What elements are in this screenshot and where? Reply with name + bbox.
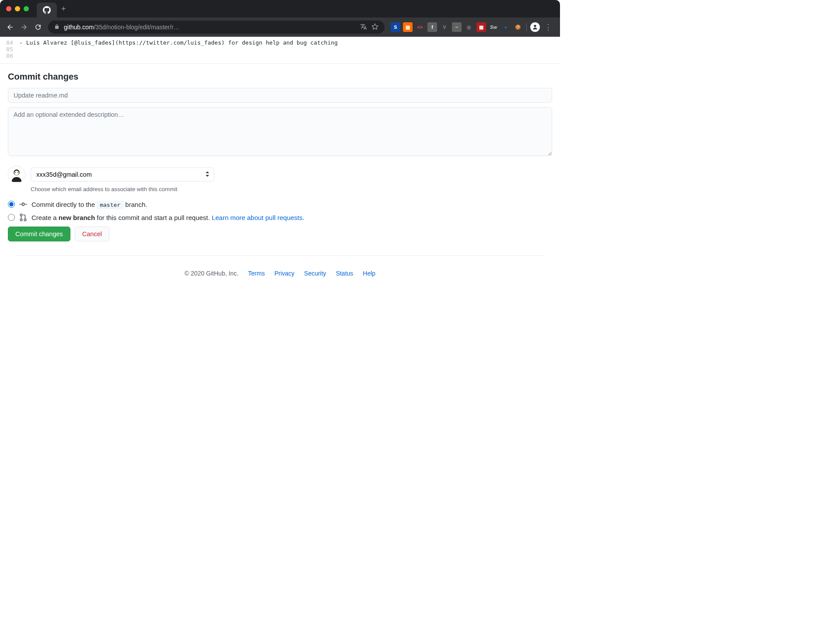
commit-summary-input[interactable] (8, 88, 552, 103)
window-minimize-button[interactable] (15, 6, 20, 11)
ext-icon[interactable]: S (391, 22, 400, 32)
svg-point-6 (22, 203, 24, 206)
ext-icon[interactable]: ·· (452, 22, 462, 32)
footer: © 2020 GitHub, Inc. Terms Privacy Securi… (16, 255, 544, 285)
commit-description-textarea[interactable] (8, 107, 552, 156)
browser-menu-button[interactable]: ⋮ (542, 22, 554, 32)
bookmark-star-icon[interactable] (371, 23, 378, 31)
ext-icon[interactable]: Sw (489, 22, 498, 32)
footer-link-help[interactable]: Help (363, 270, 375, 277)
avatar (8, 166, 25, 183)
svg-point-0 (534, 25, 536, 27)
learn-more-link[interactable]: Learn more about pull requests. (212, 214, 304, 221)
commit-heading: Commit changes (8, 72, 552, 82)
line-number: 86 (4, 52, 19, 59)
ext-icon[interactable]: f (427, 22, 437, 32)
window-titlebar: + (0, 0, 560, 17)
extensions-row: S ▨ <> f V ·· ◎ ▦ Sw ● 🍪 ⋮ (391, 22, 554, 32)
svg-point-4 (15, 172, 16, 173)
footer-link-security[interactable]: Security (304, 270, 326, 277)
git-commit-icon (19, 200, 27, 208)
branch-pill: master (97, 201, 123, 209)
footer-link-terms[interactable]: Terms (248, 270, 265, 277)
code-text: - Luis Alvarez [@luis_fades](https://twi… (19, 39, 338, 46)
commit-new-branch-radio-row[interactable]: Create a new branch for this commit and … (8, 213, 552, 221)
github-icon (43, 6, 51, 14)
footer-copyright: © 2020 GitHub, Inc. (185, 270, 238, 277)
profile-avatar-button[interactable] (530, 22, 540, 32)
svg-point-7 (20, 214, 22, 216)
commit-direct-radio[interactable] (8, 201, 15, 208)
commit-changes-button[interactable]: Commit changes (8, 227, 70, 241)
commit-direct-radio-row[interactable]: Commit directly to the master branch. (8, 200, 552, 208)
line-number: 85 (4, 46, 19, 52)
reload-button[interactable] (34, 23, 42, 31)
footer-link-privacy[interactable]: Privacy (274, 270, 294, 277)
code-editor-area[interactable]: 84- Luis Alvarez [@luis_fades](https://t… (0, 37, 560, 64)
ext-icon[interactable]: ▦ (476, 22, 486, 32)
ext-icon[interactable]: ● (501, 22, 511, 32)
browser-toolbar: github.com/35d/notion-blog/edit/master/r… (0, 17, 560, 37)
line-number: 84 (4, 39, 19, 46)
url-text: github.com/35d/notion-blog/edit/master/r… (64, 24, 180, 31)
ext-icon[interactable]: <> (415, 22, 425, 32)
svg-point-5 (18, 172, 18, 173)
commit-email-select[interactable]: xxx35d@gmail.com (31, 168, 214, 182)
svg-point-3 (14, 171, 19, 175)
window-close-button[interactable] (6, 6, 11, 11)
browser-tab[interactable] (37, 3, 57, 17)
lock-icon (54, 24, 60, 31)
svg-point-9 (24, 219, 26, 221)
ext-icon[interactable]: ▨ (403, 22, 413, 32)
footer-link-status[interactable]: Status (336, 270, 354, 277)
forward-button[interactable] (20, 23, 28, 31)
ext-icon[interactable]: V (440, 22, 449, 32)
svg-point-8 (20, 219, 22, 221)
git-pull-request-icon (19, 213, 27, 221)
translate-icon[interactable] (360, 23, 367, 31)
email-help-text: Choose which email address to associate … (31, 186, 552, 192)
ext-icon[interactable]: ◎ (464, 22, 474, 32)
commit-new-branch-radio[interactable] (8, 214, 15, 221)
back-button[interactable] (6, 23, 14, 31)
new-tab-button[interactable]: + (61, 4, 66, 14)
cancel-button[interactable]: Cancel (75, 227, 109, 241)
address-bar[interactable]: github.com/35d/notion-blog/edit/master/r… (48, 21, 385, 34)
ext-icon[interactable]: 🍪 (513, 22, 523, 32)
window-zoom-button[interactable] (24, 6, 29, 11)
